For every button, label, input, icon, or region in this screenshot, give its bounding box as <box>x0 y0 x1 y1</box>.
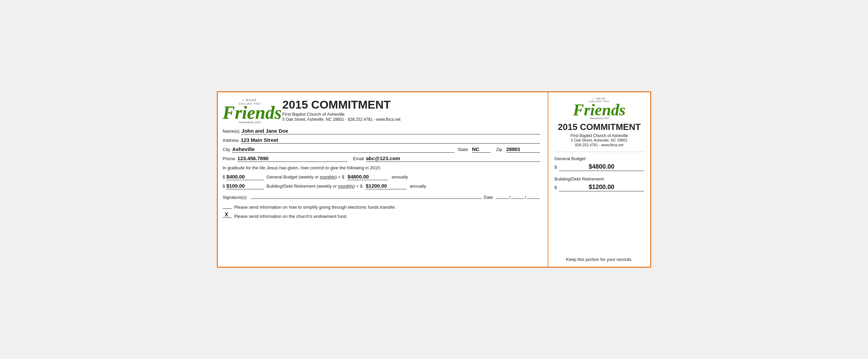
right-general-amount: $4800.00 <box>559 163 644 171</box>
phone-value: 123.456.7890 <box>238 155 347 162</box>
phone-email-row: Phone 123.456.7890 Email abc@123.com <box>223 155 540 162</box>
building-dollar: $ <box>223 184 225 189</box>
right-building-amount-row: $ $1200.00 <box>554 184 644 191</box>
state-value: NC <box>472 146 491 153</box>
date-month-line <box>511 199 524 199</box>
right-building-label: Building/Debt Retirement: <box>554 176 644 182</box>
right-church-name: First Baptist Church of Asheville <box>570 133 628 138</box>
email-value: abc@123.com <box>366 155 540 162</box>
left-section: I HAVE CALLED YOU Friends Stewardship 20… <box>218 92 548 267</box>
date-day-line <box>496 199 509 199</box>
right-general-dollar: $ <box>554 165 557 170</box>
right-keep-text: Keep this portion for your records. <box>566 257 633 262</box>
endowment-checkbox: X <box>223 212 232 218</box>
date-group: Date / / <box>484 195 540 200</box>
title-area: 2015 COMMITMENT First Baptist Church of … <box>282 98 540 122</box>
endowment-checkbox-row: X Please send information on the church'… <box>223 212 540 219</box>
name-row: Name(s) John and Jane Doe <box>223 128 540 134</box>
right-building-amount: $1200.00 <box>559 184 644 191</box>
building-desc: Building/Debt Retirement (weekly or mont… <box>266 183 540 189</box>
right-commitment-title: 2015 COMMITMENT <box>558 122 641 132</box>
church-address: 5 Oak Street, Asheville, NC 28801 - 828.… <box>282 117 540 122</box>
logo-i-have: I HAVE <box>223 98 277 102</box>
signature-row: Signature(s) Date / / <box>223 195 540 200</box>
name-value: John and Jane Doe <box>242 128 540 134</box>
phone-label: Phone <box>223 156 235 161</box>
commitment-form: I HAVE CALLED YOU Friends Stewardship 20… <box>217 91 651 268</box>
building-annual: $1200.00 <box>366 183 407 189</box>
signature-section: Signature(s) Date / / Please send inform… <box>223 195 540 219</box>
endowment-checkmark: X <box>225 212 228 218</box>
address-value: 123 Main Street <box>241 137 540 144</box>
right-church-addr2: 828.252.4781 - www.fbca.net <box>575 143 623 147</box>
general-dollar: $ <box>223 174 225 180</box>
slash1: / <box>509 195 511 200</box>
address-row: Address 123 Main Street <box>223 137 540 144</box>
date-year-line <box>527 199 540 199</box>
right-logo-ihave: I HAVE <box>573 97 626 100</box>
city-value: Asheville <box>232 146 454 153</box>
endowment-text: Please send information on the church's … <box>234 214 347 219</box>
gratitude-text: In gratitude for the life Jesus has give… <box>223 165 540 170</box>
general-budget-row: $ $400.00 General Budget (weekly or mont… <box>223 174 540 180</box>
eft-text: Please send information on how to simpli… <box>234 205 396 210</box>
header-row: I HAVE CALLED YOU Friends Stewardship 20… <box>223 98 540 124</box>
zip-value: 28801 <box>506 146 540 153</box>
eft-checkbox <box>223 203 232 209</box>
phone-group: Phone 123.456.7890 <box>223 155 347 162</box>
zip-group: Zip 28801 <box>496 146 540 153</box>
general-desc: General Budget (weekly or monthly) = $ $… <box>266 174 540 180</box>
right-general-amount-row: $ $4800.00 <box>554 163 644 171</box>
slash2: / <box>525 195 526 200</box>
logo-area: I HAVE CALLED YOU Friends Stewardship 20… <box>223 98 277 124</box>
right-section: I HAVE CALLED YOU Friends Stewardship 20… <box>548 92 650 267</box>
signature-label: Signature(s) <box>223 195 247 200</box>
email-label: Email <box>353 156 364 161</box>
state-group: State NC <box>458 146 493 153</box>
building-debt-row: $ $100.00 Building/Debt Retirement (week… <box>223 183 540 189</box>
city-group: City Asheville <box>223 146 454 153</box>
right-church-addr1: 5 Oak Street, Asheville, NC 28801 <box>571 138 628 142</box>
right-logo-area: I HAVE CALLED YOU Friends Stewardship 20… <box>573 97 626 119</box>
church-name: First Baptist Church of Asheville <box>282 112 540 117</box>
city-label: City <box>223 147 230 152</box>
right-building-dollar: $ <box>554 185 557 190</box>
right-logo-friends: Friends <box>573 102 626 117</box>
date-label: Date <box>484 195 493 200</box>
right-divider <box>554 152 644 152</box>
email-group: Email abc@123.com <box>353 155 540 162</box>
logo-friends: Friends <box>223 105 277 121</box>
general-annual: $4800.00 <box>347 174 388 180</box>
general-amount: $400.00 <box>226 174 264 180</box>
city-state-row: City Asheville State NC Zip 28801 <box>223 146 540 153</box>
address-label: Address <box>223 138 239 143</box>
building-amount: $100.00 <box>226 183 264 189</box>
right-general-label: General Budget: <box>554 156 644 161</box>
signature-line <box>251 199 482 199</box>
commitment-title: 2015 COMMITMENT <box>282 98 540 111</box>
state-label: State <box>458 147 468 152</box>
zip-label: Zip <box>496 147 502 152</box>
name-label: Name(s) <box>223 129 240 134</box>
eft-checkbox-row: Please send information on how to simpli… <box>223 203 540 210</box>
